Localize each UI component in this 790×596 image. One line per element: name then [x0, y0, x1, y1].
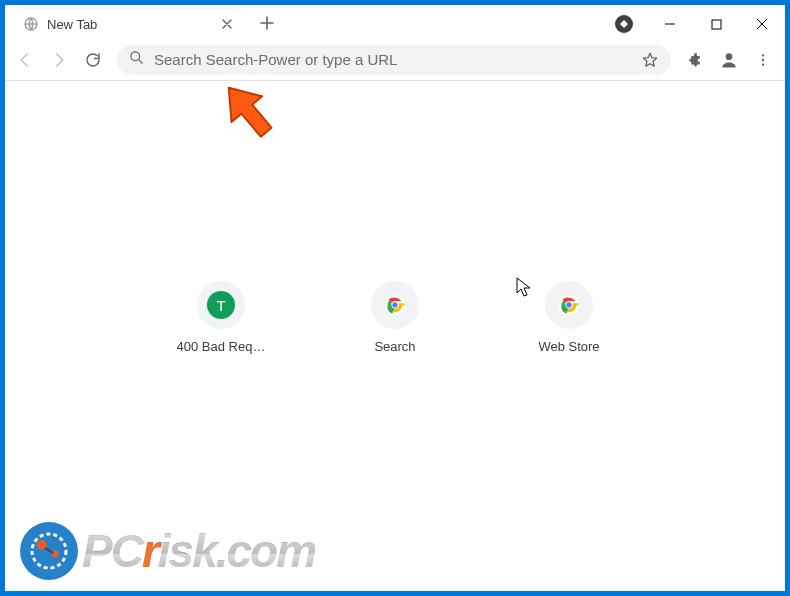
maximize-button[interactable]: [693, 9, 739, 39]
shortcut-tile[interactable]: Search: [347, 281, 443, 354]
svg-rect-1: [712, 20, 721, 29]
watermark-text: PCrisk.com: [82, 524, 315, 578]
letter-icon: T: [207, 291, 235, 319]
newtab-content: T 400 Bad Req… Search Web Store: [10, 81, 780, 586]
window-controls: [647, 9, 785, 39]
shortcut-row: T 400 Bad Req… Search Web Store: [173, 281, 617, 354]
extension-indicator-icon[interactable]: [601, 9, 647, 39]
pcrisk-watermark: PCrisk.com: [20, 522, 315, 580]
browser-window: New Tab: [0, 0, 790, 596]
watermark-text-part: isk.com: [158, 525, 315, 577]
extensions-icon[interactable]: [679, 44, 711, 76]
titlebar: New Tab: [5, 5, 785, 39]
search-icon: [129, 50, 144, 69]
shortcut-icon: T: [197, 281, 245, 329]
shortcut-tile[interactable]: Web Store: [521, 281, 617, 354]
shortcut-icon: [371, 281, 419, 329]
omnibox[interactable]: [117, 45, 671, 75]
shortcut-tile[interactable]: T 400 Bad Req…: [173, 281, 269, 354]
reload-button[interactable]: [77, 44, 109, 76]
address-input[interactable]: [154, 51, 627, 68]
watermark-text-part: PC: [82, 525, 142, 577]
svg-point-3: [726, 53, 733, 60]
svg-point-4: [762, 54, 764, 56]
shortcut-label: Web Store: [538, 339, 599, 354]
kebab-menu-icon[interactable]: [747, 44, 779, 76]
toolbar: [5, 39, 785, 81]
tab-title: New Tab: [47, 17, 211, 32]
chrome-icon: [384, 294, 406, 316]
new-tab-button[interactable]: [253, 9, 281, 37]
chrome-icon: [558, 294, 580, 316]
browser-tab[interactable]: New Tab: [13, 9, 243, 39]
minimize-button[interactable]: [647, 9, 693, 39]
bookmark-star-icon[interactable]: [637, 51, 663, 69]
back-button[interactable]: [9, 44, 41, 76]
watermark-badge-icon: [20, 522, 78, 580]
svg-point-2: [131, 52, 140, 61]
shortcut-label: Search: [374, 339, 415, 354]
profile-avatar-icon[interactable]: [713, 44, 745, 76]
close-window-button[interactable]: [739, 9, 785, 39]
tab-close-button[interactable]: [219, 16, 235, 32]
forward-button[interactable]: [43, 44, 75, 76]
shortcut-icon: [545, 281, 593, 329]
shortcut-label: 400 Bad Req…: [177, 339, 266, 354]
svg-point-6: [762, 63, 764, 65]
svg-point-5: [762, 58, 764, 60]
globe-icon: [23, 16, 39, 32]
watermark-text-part: r: [142, 525, 158, 577]
